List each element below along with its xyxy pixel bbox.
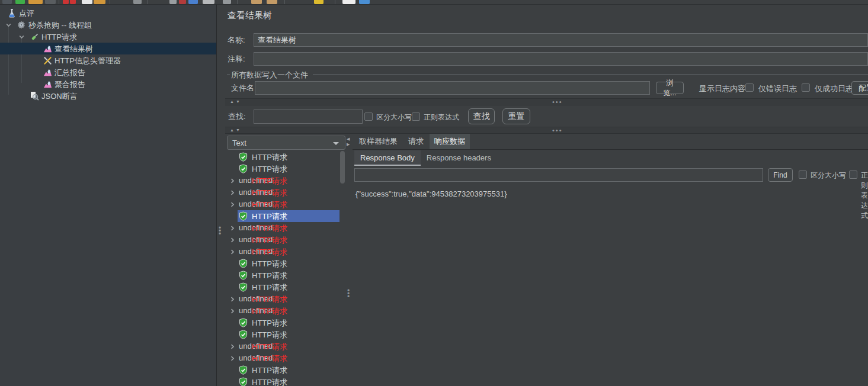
chevron-right-icon[interactable]: [229, 307, 236, 316]
result-item[interactable]: undefinedHTTP请求: [227, 352, 339, 364]
toolbar-icon[interactable]: [203, 0, 214, 4]
search-input[interactable]: [254, 110, 363, 124]
result-item[interactable]: HTTP请求: [227, 376, 339, 386]
response-regex-checkbox[interactable]: [849, 171, 857, 179]
toolbar-icon[interactable]: [28, 0, 43, 4]
toolbar-icon[interactable]: [223, 0, 231, 4]
splitter-collapse-icon[interactable]: ▲▼: [230, 99, 242, 104]
result-item[interactable]: undefinedHTTP请求: [227, 222, 339, 234]
reset-button[interactable]: 重置: [502, 108, 530, 124]
result-item[interactable]: HTTP请求: [227, 151, 339, 163]
tree-main-splitter[interactable]: •••: [217, 5, 225, 386]
browse-button[interactable]: 浏览...: [656, 82, 684, 94]
result-item[interactable]: HTTP请求: [227, 281, 339, 293]
toolbar-icon[interactable]: [45, 0, 56, 4]
tree-item-0[interactable]: 点评: [0, 7, 216, 19]
tree-item-2[interactable]: HTTP请求: [0, 31, 216, 43]
chevron-down-icon[interactable]: [5, 21, 12, 28]
result-item[interactable]: HTTP请求: [227, 364, 339, 376]
result-item[interactable]: HTTP请求: [227, 269, 339, 281]
chevron-right-icon[interactable]: [229, 177, 236, 186]
toolbar-icon[interactable]: [63, 0, 69, 4]
toolbar-icon[interactable]: [82, 0, 92, 4]
list-scrollbar[interactable]: [340, 151, 345, 184]
regex-label: 正则表达式: [424, 112, 459, 123]
search-label: 查找:: [228, 111, 246, 122]
splitter-collapse-icon[interactable]: ▲▼: [230, 128, 242, 132]
name-input[interactable]: [254, 33, 868, 47]
toolbar-icon[interactable]: [70, 0, 76, 4]
toolbar-icon[interactable]: [169, 0, 177, 4]
result-item[interactable]: undefinedHTTP请求: [227, 305, 339, 317]
horizontal-splitter[interactable]: ▲▼ •••: [225, 127, 868, 134]
name-label: 名称:: [228, 35, 245, 46]
toolbar-icon[interactable]: [251, 0, 262, 4]
success-only-checkbox[interactable]: [802, 83, 810, 92]
tab-请求[interactable]: 请求: [403, 134, 428, 149]
result-item-label: HTTP请求: [252, 152, 287, 163]
tree-item-4[interactable]: HTTP信息头管理器: [0, 54, 216, 66]
toolbar-icon[interactable]: [342, 0, 355, 4]
chevron-right-icon[interactable]: [229, 355, 236, 364]
result-item[interactable]: HTTP请求: [227, 329, 339, 340]
regex-checkbox[interactable]: [412, 112, 420, 121]
toolbar-icon[interactable]: [2, 0, 12, 4]
horizontal-splitter[interactable]: ▲▼ •••: [225, 98, 868, 105]
case-sensitive-checkbox[interactable]: [364, 112, 373, 121]
subtab-response-headers[interactable]: Response headers: [421, 150, 497, 166]
result-item[interactable]: HTTP请求: [227, 163, 339, 175]
result-item[interactable]: undefinedHTTP请求: [227, 246, 339, 258]
list-details-splitter[interactable]: ◀▶ •••: [346, 134, 353, 386]
toolbar-icon[interactable]: [314, 0, 324, 4]
response-case-checkbox[interactable]: [799, 171, 807, 179]
chevron-right-icon[interactable]: [229, 224, 236, 233]
response-find-button[interactable]: Find: [768, 168, 793, 182]
chevron-right-icon[interactable]: [229, 236, 236, 245]
toolbar-icon[interactable]: [188, 0, 198, 4]
result-item[interactable]: undefinedHTTP请求: [227, 186, 339, 198]
response-search-input[interactable]: [354, 168, 763, 182]
splitter-collapse-icon[interactable]: ◀▶: [347, 136, 350, 147]
toolbar-icon[interactable]: [94, 0, 105, 4]
chevron-right-icon[interactable]: [229, 248, 236, 257]
result-item[interactable]: HTTP请求: [227, 317, 339, 329]
tree-item-6[interactable]: 聚合报告: [0, 78, 216, 90]
toolbar-icon[interactable]: [15, 0, 25, 4]
configure-button[interactable]: 配置: [851, 81, 868, 95]
splitter-grip-icon[interactable]: •••: [552, 127, 563, 134]
comment-input[interactable]: [254, 52, 868, 66]
tree-item-1[interactable]: 秒杀抢购 -- 线程组: [0, 19, 216, 31]
result-item-label: HTTP请求: [252, 365, 287, 376]
result-item[interactable]: undefinedHTTP请求: [227, 293, 339, 305]
toolbar-icon[interactable]: [267, 0, 277, 4]
chevron-right-icon[interactable]: [229, 295, 236, 304]
tree-item-selected[interactable]: 查看结果树: [0, 43, 216, 54]
find-button[interactable]: 查找: [468, 108, 495, 124]
toolbar-icon[interactable]: [133, 0, 142, 4]
filename-input[interactable]: [255, 81, 650, 95]
chevron-down-icon[interactable]: [18, 33, 25, 40]
tree-item-5[interactable]: 汇总报告: [0, 66, 216, 78]
toolbar-icon[interactable]: [179, 0, 186, 4]
result-item[interactable]: undefinedHTTP请求: [227, 198, 339, 210]
tab-取样器结果[interactable]: 取样器结果: [354, 134, 402, 149]
subtab-response-body[interactable]: Response Body: [354, 150, 421, 166]
tree-item-7[interactable]: JSON断言: [0, 90, 216, 102]
result-item[interactable]: HTTP请求: [227, 258, 339, 269]
splitter-grip-icon[interactable]: •••: [219, 227, 221, 236]
result-item[interactable]: undefinedHTTP请求: [227, 234, 339, 246]
result-item-label: HTTP请求: [252, 318, 287, 329]
result-item-label: HTTP请求: [252, 235, 287, 246]
splitter-grip-icon[interactable]: •••: [552, 98, 563, 105]
result-item[interactable]: undefinedHTTP请求: [227, 175, 339, 186]
chevron-right-icon[interactable]: [229, 343, 236, 352]
chevron-right-icon[interactable]: [229, 189, 236, 198]
chevron-right-icon[interactable]: [229, 201, 236, 210]
errors-only-checkbox[interactable]: [745, 83, 754, 92]
view-mode-select[interactable]: Text: [227, 136, 345, 150]
result-item[interactable]: undefinedHTTP请求: [227, 340, 339, 352]
tab-响应数据[interactable]: 响应数据: [430, 134, 470, 149]
splitter-grip-icon[interactable]: •••: [347, 290, 350, 298]
toolbar-icon[interactable]: [359, 0, 370, 4]
result-item[interactable]: HTTP请求: [227, 210, 339, 222]
